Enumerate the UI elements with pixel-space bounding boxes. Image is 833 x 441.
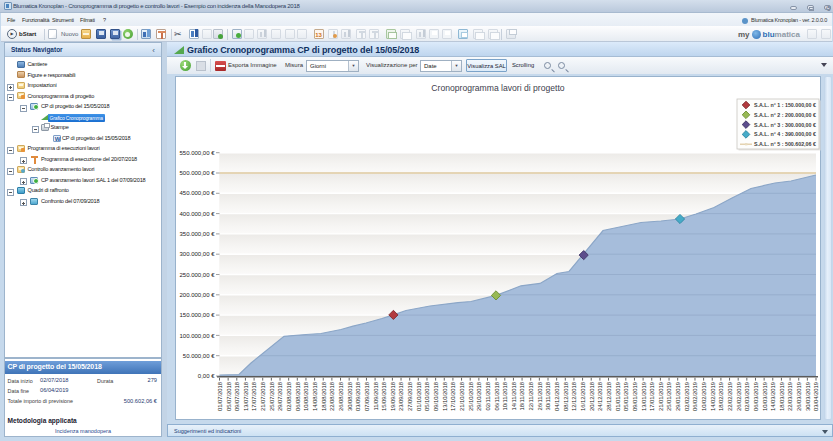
svg-text:28/12/2018: 28/12/2018 — [606, 382, 612, 411]
svg-text:27/09/2018: 27/09/2018 — [407, 382, 413, 411]
svg-text:09/01/2019: 09/01/2019 — [632, 382, 638, 411]
svg-text:400.000,00 €: 400.000,00 € — [179, 211, 215, 217]
svg-text:Cronoprogramma lavori di proge: Cronoprogramma lavori di progetto — [431, 83, 564, 93]
svg-text:18/11/2018: 18/11/2018 — [519, 382, 525, 411]
svg-text:18/03/2019: 18/03/2019 — [779, 382, 785, 411]
svg-text:24/12/2018: 24/12/2018 — [597, 382, 603, 411]
svg-text:550.000,00 €: 550.000,00 € — [179, 150, 215, 156]
svg-text:350.000,00 €: 350.000,00 € — [179, 231, 215, 237]
svg-text:29/10/2018: 29/10/2018 — [476, 382, 482, 411]
svg-text:02/08/2018: 02/08/2018 — [286, 382, 292, 411]
svg-text:150.000,00 €: 150.000,00 € — [179, 312, 215, 318]
svg-text:13/10/2018: 13/10/2018 — [442, 382, 448, 411]
svg-text:26/03/2019: 26/03/2019 — [796, 382, 802, 411]
svg-text:450.000,00 €: 450.000,00 € — [179, 190, 215, 196]
svg-text:25/10/2018: 25/10/2018 — [468, 382, 474, 411]
svg-text:29/07/2018: 29/07/2018 — [277, 382, 283, 411]
svg-text:26/08/2018: 26/08/2018 — [338, 382, 344, 411]
svg-text:03/09/2018: 03/09/2018 — [355, 382, 361, 411]
svg-text:10/03/2019: 10/03/2019 — [762, 382, 768, 411]
svg-text:12/12/2018: 12/12/2018 — [571, 382, 577, 411]
svg-text:03/04/2019: 03/04/2019 — [813, 382, 819, 411]
svg-text:25/07/2018: 25/07/2018 — [269, 382, 275, 411]
svg-text:01/01/2019: 01/01/2019 — [615, 382, 621, 411]
svg-text:13/01/2019: 13/01/2019 — [641, 382, 647, 411]
svg-text:50.000,00 €: 50.000,00 € — [183, 353, 215, 359]
svg-text:26/11/2018: 26/11/2018 — [537, 382, 543, 411]
svg-text:300.000,00 €: 300.000,00 € — [179, 251, 215, 257]
svg-text:21/01/2019: 21/01/2019 — [658, 382, 664, 411]
svg-text:08/12/2018: 08/12/2018 — [563, 382, 569, 411]
svg-text:06/02/2019: 06/02/2019 — [692, 382, 698, 411]
svg-text:200.000,00 €: 200.000,00 € — [179, 292, 215, 298]
svg-text:14/11/2018: 14/11/2018 — [511, 382, 517, 411]
svg-text:23/09/2018: 23/09/2018 — [398, 382, 404, 411]
svg-text:22/03/2019: 22/03/2019 — [787, 382, 793, 411]
svg-text:06/03/2019: 06/03/2019 — [753, 382, 759, 411]
svg-text:02/03/2019: 02/03/2019 — [744, 382, 750, 411]
svg-text:10/11/2018: 10/11/2018 — [502, 382, 508, 411]
svg-text:0,00 €: 0,00 € — [198, 373, 215, 379]
svg-text:01/07/2018: 01/07/2018 — [217, 382, 223, 411]
svg-text:S.A.L. n° 1 : 150.000,00 €: S.A.L. n° 1 : 150.000,00 € — [754, 102, 816, 108]
svg-text:14/02/2019: 14/02/2019 — [710, 382, 716, 411]
svg-text:05/07/2018: 05/07/2018 — [226, 382, 232, 411]
svg-text:26/02/2019: 26/02/2019 — [736, 382, 742, 411]
svg-text:22/08/2018: 22/08/2018 — [329, 382, 335, 411]
svg-text:05/01/2019: 05/01/2019 — [623, 382, 629, 411]
svg-text:22/11/2018: 22/11/2018 — [528, 382, 534, 411]
svg-text:15/09/2018: 15/09/2018 — [381, 382, 387, 411]
svg-text:250.000,00 €: 250.000,00 € — [179, 272, 215, 278]
svg-text:14/08/2018: 14/08/2018 — [312, 382, 318, 411]
svg-text:09/07/2018: 09/07/2018 — [234, 382, 240, 411]
svg-text:S.A.L. n° 5 : 500.602,06 €: S.A.L. n° 5 : 500.602,06 € — [754, 141, 816, 147]
svg-text:30/11/2018: 30/11/2018 — [545, 382, 551, 411]
svg-text:09/10/2018: 09/10/2018 — [433, 382, 439, 411]
svg-text:25/01/2019: 25/01/2019 — [666, 382, 672, 411]
svg-text:29/01/2019: 29/01/2019 — [675, 382, 681, 411]
svg-text:04/12/2018: 04/12/2018 — [554, 382, 560, 411]
svg-text:100.000,00 €: 100.000,00 € — [179, 333, 215, 339]
svg-text:30/03/2019: 30/03/2019 — [805, 382, 811, 411]
svg-text:07/09/2018: 07/09/2018 — [364, 382, 370, 411]
svg-text:10/02/2019: 10/02/2019 — [701, 382, 707, 411]
svg-text:17/07/2018: 17/07/2018 — [251, 382, 257, 411]
svg-text:S.A.L. n° 4 : 390.000,00 €: S.A.L. n° 4 : 390.000,00 € — [754, 131, 816, 137]
svg-text:14/03/2019: 14/03/2019 — [770, 382, 776, 411]
svg-text:02/02/2019: 02/02/2019 — [684, 382, 690, 411]
svg-text:16/12/2018: 16/12/2018 — [580, 382, 586, 411]
svg-text:17/01/2019: 17/01/2019 — [649, 382, 655, 411]
svg-text:S.A.L. n° 2 : 200.000,00 €: S.A.L. n° 2 : 200.000,00 € — [754, 112, 816, 118]
svg-text:S.A.L. n° 3 : 300.000,00 €: S.A.L. n° 3 : 300.000,00 € — [754, 122, 816, 128]
svg-text:30/08/2018: 30/08/2018 — [347, 382, 353, 411]
svg-text:18/08/2018: 18/08/2018 — [321, 382, 327, 411]
svg-text:17/10/2018: 17/10/2018 — [450, 382, 456, 411]
svg-text:05/10/2018: 05/10/2018 — [424, 382, 430, 411]
svg-text:19/09/2018: 19/09/2018 — [390, 382, 396, 411]
svg-text:06/08/2018: 06/08/2018 — [295, 382, 301, 411]
svg-text:500.000,00 €: 500.000,00 € — [179, 170, 215, 176]
svg-text:21/07/2018: 21/07/2018 — [260, 382, 266, 411]
svg-text:20/12/2018: 20/12/2018 — [589, 382, 595, 411]
svg-text:01/10/2018: 01/10/2018 — [416, 382, 422, 411]
svg-text:02/11/2018: 02/11/2018 — [485, 382, 491, 411]
svg-text:06/11/2018: 06/11/2018 — [494, 382, 500, 411]
svg-text:10/08/2018: 10/08/2018 — [303, 382, 309, 411]
svg-text:21/10/2018: 21/10/2018 — [459, 382, 465, 411]
svg-text:11/09/2018: 11/09/2018 — [373, 382, 379, 411]
svg-text:22/02/2019: 22/02/2019 — [727, 382, 733, 411]
svg-text:18/02/2019: 18/02/2019 — [718, 382, 724, 411]
svg-text:13/07/2018: 13/07/2018 — [243, 382, 249, 411]
